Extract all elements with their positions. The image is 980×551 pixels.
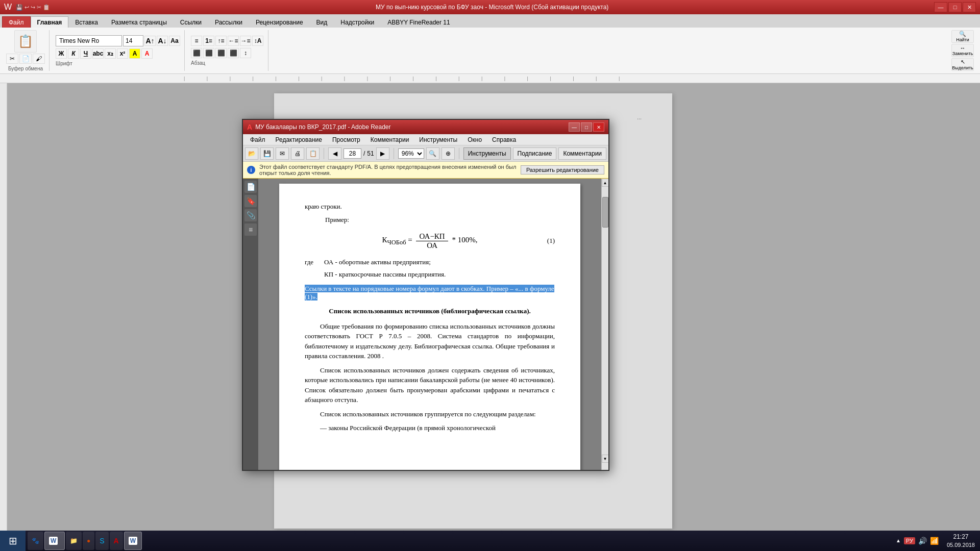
taskbar-item-skype[interactable]: S [95,532,108,550]
adobe-minimize-button[interactable]: — [569,122,580,132]
font-name-row: Times New Ro 14 A↑ A↓ Aa [56,35,180,46]
adobe-menu-edit[interactable]: Редактирование [271,135,327,144]
adobe-comments-button[interactable]: Комментарии [558,147,606,160]
adobe-form-button[interactable]: 📋 [306,147,320,160]
cut-button[interactable]: ✂ [6,54,18,64]
numbering-button[interactable]: 1≡ [203,36,214,46]
color-button[interactable]: A [141,48,153,59]
superscript-button[interactable]: x² [117,48,128,59]
find-button[interactable]: 🔍Найти [951,30,974,43]
adobe-menu-tools[interactable]: Инструменты [414,135,462,144]
adobe-close-button[interactable]: ✕ [593,122,604,132]
tab-view[interactable]: Вид [310,16,334,28]
taskbar-clock[interactable]: 21:27 05.09.2018 [947,533,975,548]
copy-button[interactable]: 📄 [19,54,32,64]
minimize-button[interactable]: — [934,2,947,12]
formula-expression: КЧОБоб = ОА−КП ОА * 100%, [382,236,478,244]
adobe-sidebar-bookmarks[interactable]: 🔖 [244,195,257,207]
scroll-up-button[interactable]: ▲ [602,179,609,187]
adobe-sidebar-layers[interactable]: ≡ [244,223,257,236]
font-grow-button[interactable]: A↑ [144,36,156,46]
adobe-tools-button[interactable]: Инструменты [463,147,511,160]
tab-home[interactable]: Главная [31,16,69,28]
adobe-save-button[interactable]: 💾 [260,147,274,160]
justify-button[interactable]: ⬛ [228,48,239,58]
taskbar-item-acrobat[interactable]: A [110,532,123,550]
adobe-maximize-button[interactable]: □ [581,122,592,132]
highlight-button[interactable]: A [129,48,140,59]
tab-review[interactable]: Рецензирование [249,16,310,28]
underline-button[interactable]: Ч [80,48,91,59]
font-shrink-button[interactable]: A↓ [157,36,168,46]
adobe-page-input[interactable]: 28 [344,148,361,159]
line-spacing-button[interactable]: ↕ [240,48,251,58]
taskbar-item-browser[interactable]: ● [83,532,94,550]
para-4: — законы Российской Федерации (в прямой … [305,423,555,433]
adobe-menu-file[interactable]: Файл [245,135,271,144]
taskbar-item-word-2[interactable]: W [124,532,142,550]
decrease-indent-button[interactable]: ←≡ [228,36,239,46]
paste-button[interactable]: 📋 [14,30,37,53]
scroll-thumb[interactable] [602,197,608,228]
tab-addins[interactable]: Надстройки [334,16,381,28]
adobe-zoom-button[interactable]: 🔍 [426,147,439,160]
where-block: где ОА - оборотные активы предприятия; [305,258,555,266]
systray-network-icon[interactable]: 📶 [930,537,939,545]
ruler: | | | | | | | | | | | | | | | | | | | | [0,74,980,83]
clock-date: 05.09.2018 [947,541,975,548]
adobe-email-button[interactable]: ✉ [276,147,289,160]
tab-references[interactable]: Ссылки [174,16,208,28]
align-row: ⬛ ⬛ ⬛ ⬛ ↕ [191,48,251,58]
adobe-print-button[interactable]: 🖨 [291,147,304,160]
align-center-button[interactable]: ⬛ [203,48,214,58]
italic-button[interactable]: К [68,48,79,59]
adobe-menu-comments[interactable]: Комментарии [365,135,414,144]
adobe-sidebar-pages[interactable]: 📄 [244,181,257,193]
adobe-menu-help[interactable]: Справка [487,135,521,144]
adobe-scrollbar[interactable]: ▲ ▼ [601,179,608,470]
tab-file[interactable]: Файл [2,16,31,28]
adobe-allow-edit-button[interactable]: Разрешить редактирование [521,165,604,174]
tab-mailings[interactable]: Рассылки [208,16,249,28]
multilevel-button[interactable]: ↑≡ [215,36,227,46]
taskbar-item-folder[interactable]: 📁 [66,532,82,550]
replace-button[interactable]: ↔Заменить [951,44,974,57]
systray-ru-icon[interactable]: РУ [904,537,915,544]
subscript-button[interactable]: x₂ [105,48,116,59]
tab-page-layout[interactable]: Разметка страницы [105,16,174,28]
taskbar-item-word[interactable]: W [44,532,65,550]
select-button[interactable]: ↖Выделить [951,58,974,71]
format-painter-button[interactable]: 🖌 [33,54,45,64]
taskbar-item-1[interactable]: 🐾 [28,532,43,550]
tab-abbyy[interactable]: ABBYY FineReader 11 [381,16,457,28]
adobe-menu-window[interactable]: Окно [462,135,487,144]
adobe-sidebar-attach[interactable]: 📎 [244,209,257,221]
bold-button[interactable]: Ж [56,48,67,59]
toolbar-separator-1 [324,148,324,159]
scroll-down-button[interactable]: ▼ [602,455,609,463]
font-clear-button[interactable]: Aa [169,36,180,46]
increase-indent-button[interactable]: →≡ [240,36,251,46]
align-right-button[interactable]: ⬛ [215,48,227,58]
adobe-icon: A [247,123,252,131]
maximize-button[interactable]: □ [948,2,962,12]
adobe-menu-view[interactable]: Просмотр [327,135,365,144]
sort-button[interactable]: ↕A [252,36,263,46]
adobe-info-text: Этот файл соответствует стандарту PDF/A.… [259,164,517,176]
font-size-input[interactable]: 14 [123,35,143,46]
systray-up-arrow[interactable]: ▲ [896,538,901,543]
tab-insert[interactable]: Вставка [68,16,105,28]
strikethrough-button[interactable]: abc [92,48,104,59]
systray-sound-icon[interactable]: 🔊 [918,537,927,545]
font-name-input[interactable]: Times New Ro [56,35,122,46]
start-button[interactable]: ⊞ [0,531,26,551]
align-left-button[interactable]: ⬛ [191,48,202,58]
bullets-button[interactable]: ≡ [191,36,202,46]
adobe-zoom-select[interactable]: 96% [398,148,424,159]
adobe-zoom-tool[interactable]: ⊕ [442,147,455,160]
adobe-open-button[interactable]: 📂 [245,147,258,160]
adobe-next-page-button[interactable]: ▶ [376,147,389,160]
close-button[interactable]: ✕ [963,2,976,12]
adobe-prev-page-button[interactable]: ◀ [328,147,341,160]
adobe-sign-button[interactable]: Подписание [513,147,557,160]
